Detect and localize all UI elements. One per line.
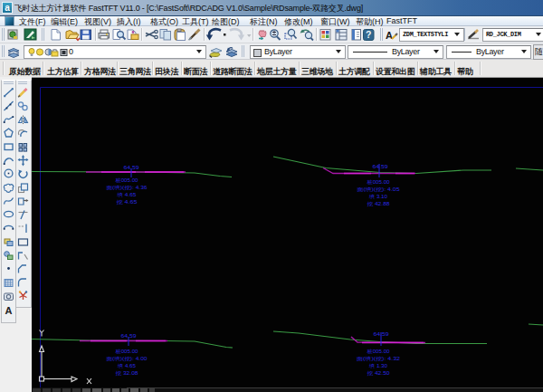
svg-text:?: ? bbox=[366, 29, 371, 40]
svg-text:桩005.00: 桩005.00 bbox=[114, 177, 138, 183]
svg-text:64.59: 64.59 bbox=[121, 333, 137, 339]
svg-text:64.59: 64.59 bbox=[124, 165, 139, 170]
svg-text:面(填)(挖): 4.32: 面(填)(挖): 4.32 bbox=[357, 356, 400, 362]
svg-text:挖 42.50: 挖 42.50 bbox=[367, 370, 390, 377]
svg-text:填 4.65: 填 4.65 bbox=[116, 192, 136, 197]
svg-text:桩005.00: 桩005.00 bbox=[366, 179, 389, 185]
svg-text:面(填)(挖): 4.36: 面(填)(挖): 4.36 bbox=[107, 185, 148, 191]
svg-text:面(填)(挖): 4.05: 面(填)(挖): 4.05 bbox=[357, 186, 400, 193]
svg-text:填 3.10: 填 3.10 bbox=[368, 194, 387, 199]
svg-text:64.59: 64.59 bbox=[373, 164, 388, 169]
svg-text:挖 42.88: 挖 42.88 bbox=[367, 201, 390, 207]
svg-text:桩005.00: 桩005.00 bbox=[114, 349, 138, 354]
svg-text:桩005.00: 桩005.00 bbox=[366, 349, 389, 354]
svg-text:面(填)(挖): 4.00: 面(填)(挖): 4.00 bbox=[107, 356, 148, 362]
svg-text:A: A bbox=[5, 305, 13, 316]
svg-text:64.59: 64.59 bbox=[374, 331, 389, 337]
svg-text:挖 32.08: 挖 32.08 bbox=[116, 370, 138, 377]
svg-text:填 1.30: 填 1.30 bbox=[368, 363, 387, 368]
svg-text:填 4.65: 填 4.65 bbox=[117, 363, 136, 368]
svg-text:挖 4.65: 挖 4.65 bbox=[117, 199, 138, 206]
